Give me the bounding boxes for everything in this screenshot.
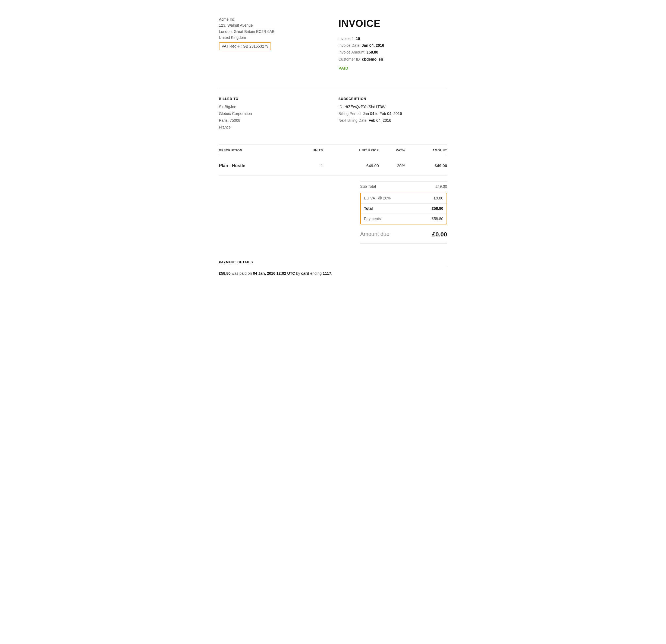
header-divider	[219, 88, 447, 88]
vat-row: EU VAT @ 20% £9.80	[361, 193, 446, 203]
invoice-number-value: 10	[356, 35, 360, 42]
invoice-amount-value: £58.80	[367, 49, 378, 56]
payments-label: Payments	[364, 216, 381, 222]
company-name: Acme Inc	[219, 16, 328, 22]
payment-details-section: PAYMENT DETAILS £58.80 was paid on 04 Ja…	[219, 260, 447, 276]
totals-table: Sub Total £49.00 EU VAT @ 20% £9.80 Tota…	[360, 181, 447, 243]
col-units: UNITS	[294, 145, 323, 156]
total-row: Total £58.80	[361, 203, 446, 214]
invoice-title: INVOICE	[338, 16, 447, 31]
billed-to-address: Paris, 75008	[219, 117, 328, 124]
invoice-amount-label: Invoice Amount	[338, 49, 365, 56]
amount-due-value: £0.00	[425, 230, 447, 239]
sub-id-value: HtZEwQzPYofShd1T3W	[345, 103, 385, 110]
highlighted-totals-box: EU VAT @ 20% £9.80 Total £58.80 Payments…	[360, 193, 447, 224]
subtotal-row: Sub Total £49.00	[360, 181, 447, 191]
item-units: 1	[294, 156, 323, 176]
subscription-details: ID HtZEwQzPYofShd1T3W Billing Period Jan…	[338, 103, 447, 124]
company-address2: London, Great Britain EC2R 6AB	[219, 29, 328, 34]
invoice-number-label: Invoice #	[338, 35, 354, 42]
billed-to-country: France	[219, 124, 328, 131]
invoice-header: INVOICE Invoice # 10 Invoice Date Jan 04…	[328, 16, 447, 72]
next-billing-label: Next Billing Date	[338, 117, 367, 124]
payment-last4: 1117	[323, 271, 331, 275]
vat-label: EU VAT @ 20%	[364, 196, 390, 201]
billed-to-details: Sir BigJoe Globex Corporation Paris, 750…	[219, 103, 328, 131]
payment-suffix: .	[331, 271, 332, 275]
payments-value: -£58.80	[422, 216, 443, 222]
subscription-label: SUBSCRIPTION	[338, 97, 447, 101]
amount-due-row: Amount due £0.00	[360, 225, 447, 243]
payment-amount: £58.80	[219, 271, 231, 275]
payment-date: 04 Jan, 2016 12:02 UTC	[253, 271, 295, 275]
invoice-meta: Invoice # 10 Invoice Date Jan 04, 2016 I…	[338, 35, 447, 72]
billed-to-name: Sir BigJoe	[219, 103, 328, 110]
subtotal-label: Sub Total	[360, 184, 376, 189]
payments-row: Payments -£58.80	[361, 214, 446, 224]
invoice-status: PAID	[338, 64, 447, 72]
customer-id-label: Customer ID	[338, 56, 360, 63]
total-value: £58.80	[422, 206, 443, 211]
billing-period-value: Jan 04 to Feb 04, 2016	[363, 110, 402, 117]
billed-to-label: BILLED TO	[219, 97, 328, 101]
sub-id-label: ID	[338, 103, 342, 110]
payment-method: card	[301, 271, 309, 275]
vat-value: £9.80	[422, 196, 443, 201]
payment-details-label: PAYMENT DETAILS	[219, 260, 447, 267]
company-country: United Kingdom	[219, 34, 328, 40]
vat-reg-badge: VAT Reg # : GB 231653279	[219, 43, 271, 50]
item-vat: 20%	[379, 156, 405, 176]
total-label: Total	[364, 206, 373, 211]
company-address1: 123, Walnut Avenue	[219, 22, 328, 28]
col-amount: AMOUNT	[405, 145, 447, 156]
company-info: Acme Inc 123, Walnut Avenue London, Grea…	[219, 16, 328, 72]
col-description: DESCRIPTION	[219, 145, 294, 156]
billing-period-label: Billing Period	[338, 110, 361, 117]
payment-text-mid2: by	[295, 271, 301, 275]
billed-to-company: Globex Corporation	[219, 110, 328, 117]
invoice-table: DESCRIPTION UNITS UNIT PRICE VAT% AMOUNT…	[219, 145, 447, 176]
amount-due-label: Amount due	[360, 230, 389, 239]
payment-text-mid1: was paid on	[231, 271, 253, 275]
next-billing-value: Feb 04, 2016	[369, 117, 391, 124]
col-vat: VAT%	[379, 145, 405, 156]
item-description: Plan - Hustle	[219, 156, 294, 176]
subscription-section: SUBSCRIPTION ID HtZEwQzPYofShd1T3W Billi…	[328, 97, 447, 131]
item-unit-price: £49.00	[323, 156, 379, 176]
invoice-date-value: Jan 04, 2016	[362, 42, 384, 49]
payment-text: £58.80 was paid on 04 Jan, 2016 12:02 UT…	[219, 270, 447, 276]
subtotal-value: £49.00	[435, 184, 447, 189]
item-amount: £49.00	[405, 156, 447, 176]
col-unit-price: UNIT PRICE	[323, 145, 379, 156]
payment-text-ending: ending	[309, 271, 323, 275]
invoice-date-label: Invoice Date	[338, 42, 360, 49]
billed-to-section: BILLED TO Sir BigJoe Globex Corporation …	[219, 97, 328, 131]
table-row: Plan - Hustle 1 £49.00 20% £49.00	[219, 156, 447, 176]
customer-id-value: cbdemo_sir	[362, 56, 384, 63]
totals-section: Sub Total £49.00 EU VAT @ 20% £9.80 Tota…	[219, 181, 447, 243]
